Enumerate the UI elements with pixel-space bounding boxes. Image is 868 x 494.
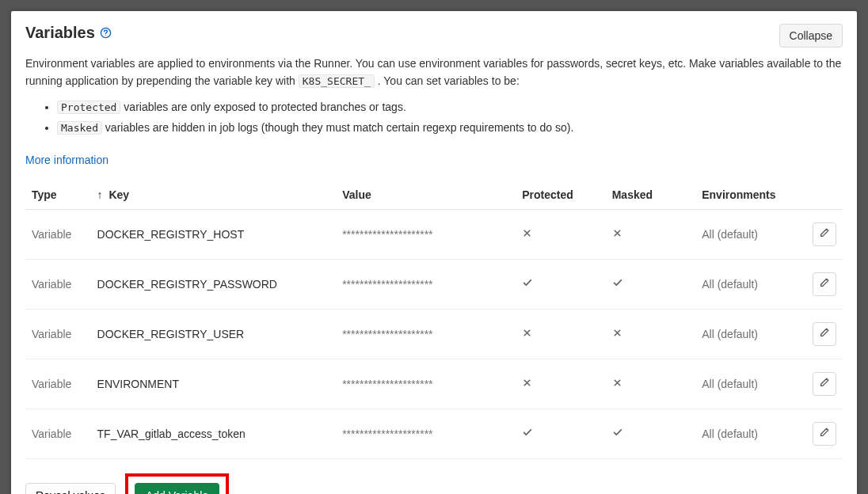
variable-types-list: Protected variables are only exposed to … xyxy=(57,97,843,137)
description: Environment variables are applied to env… xyxy=(25,55,843,89)
cell-key: DOCKER_REGISTRY_HOST xyxy=(91,209,337,259)
cell-masked xyxy=(606,359,696,408)
x-icon xyxy=(522,378,536,390)
x-icon xyxy=(612,328,626,340)
cell-protected xyxy=(516,259,606,309)
cell-environments: All (default) xyxy=(695,259,794,309)
table-row: VariableENVIRONMENT*********************… xyxy=(25,359,843,408)
add-variable-highlight: Add Variable xyxy=(125,473,229,494)
list-item: Protected variables are only exposed to … xyxy=(57,97,843,117)
pencil-icon xyxy=(819,427,830,440)
add-variable-button[interactable]: Add Variable xyxy=(135,483,219,494)
title-wrap: Variables xyxy=(25,24,112,42)
svg-point-1 xyxy=(105,35,106,36)
footer-actions: Reveal values Add Variable xyxy=(25,473,843,494)
cell-masked xyxy=(606,209,696,259)
cell-type: Variable xyxy=(25,408,91,458)
column-masked[interactable]: Masked xyxy=(606,180,696,210)
cell-protected xyxy=(516,309,606,359)
edit-button[interactable] xyxy=(813,372,836,396)
cell-value: ********************* xyxy=(336,259,516,309)
table-row: VariableDOCKER_REGISTRY_PASSWORD********… xyxy=(25,259,843,309)
x-icon xyxy=(612,378,626,390)
check-icon xyxy=(612,277,626,291)
x-icon xyxy=(522,228,536,241)
column-key-label: Key xyxy=(108,188,129,201)
cell-actions xyxy=(794,309,843,359)
cell-actions xyxy=(794,408,843,458)
cell-type: Variable xyxy=(25,309,91,359)
cell-value: ********************* xyxy=(336,309,516,359)
variables-table: Type ↑ Key Value Protected Masked Enviro… xyxy=(25,180,843,459)
edit-button[interactable] xyxy=(813,422,836,446)
cell-type: Variable xyxy=(25,359,91,408)
cell-value: ********************* xyxy=(336,408,516,458)
cell-type: Variable xyxy=(25,209,91,259)
cell-environments: All (default) xyxy=(695,209,794,259)
cell-key: DOCKER_REGISTRY_USER xyxy=(91,309,337,359)
cell-protected xyxy=(516,209,606,259)
cell-actions xyxy=(794,259,843,309)
column-type[interactable]: Type xyxy=(25,180,91,210)
x-icon xyxy=(522,328,536,340)
cell-protected xyxy=(516,408,606,458)
pencil-icon xyxy=(819,227,830,241)
column-value[interactable]: Value xyxy=(336,180,516,210)
cell-value: ********************* xyxy=(336,209,516,259)
edit-button[interactable] xyxy=(813,272,836,296)
masked-text: variables are hidden in job logs (though… xyxy=(105,121,573,134)
edit-button[interactable] xyxy=(813,222,836,246)
table-row: VariableTF_VAR_gitlab_access_token******… xyxy=(25,408,843,458)
column-protected[interactable]: Protected xyxy=(516,180,606,210)
edit-button[interactable] xyxy=(813,322,836,346)
cell-key: TF_VAR_gitlab_access_token xyxy=(91,408,337,458)
page-title: Variables xyxy=(25,24,95,42)
cell-masked xyxy=(606,259,696,309)
reveal-values-button[interactable]: Reveal values xyxy=(25,483,116,494)
table-row: VariableDOCKER_REGISTRY_USER************… xyxy=(25,309,843,359)
cell-type: Variable xyxy=(25,259,91,309)
cell-actions xyxy=(794,209,843,259)
check-icon xyxy=(612,427,626,440)
variables-panel: Variables Collapse Environment variables… xyxy=(11,11,857,494)
cell-protected xyxy=(516,359,606,408)
cell-actions xyxy=(794,359,843,408)
pencil-icon xyxy=(819,327,830,340)
cell-key: ENVIRONMENT xyxy=(91,359,337,408)
more-information-link[interactable]: More information xyxy=(25,154,108,166)
secret-prefix-code: K8S_SECRET_ xyxy=(299,74,375,88)
description-text-b: . You can set variables to be: xyxy=(378,74,520,87)
column-environments[interactable]: Environments xyxy=(695,180,794,210)
cell-environments: All (default) xyxy=(695,359,794,408)
cell-key: DOCKER_REGISTRY_PASSWORD xyxy=(91,259,337,309)
sort-ascending-icon: ↑ xyxy=(97,188,103,201)
pencil-icon xyxy=(819,377,830,390)
list-item: Masked variables are hidden in job logs … xyxy=(57,118,843,138)
cell-value: ********************* xyxy=(336,359,516,408)
cell-masked xyxy=(606,408,696,458)
masked-code: Masked xyxy=(57,121,102,135)
x-icon xyxy=(612,228,626,241)
column-key[interactable]: ↑ Key xyxy=(91,180,337,210)
pencil-icon xyxy=(819,277,830,291)
cell-environments: All (default) xyxy=(695,309,794,359)
collapse-button[interactable]: Collapse xyxy=(779,24,843,48)
panel-header: Variables Collapse xyxy=(25,24,843,48)
protected-code: Protected xyxy=(57,101,120,114)
table-row: VariableDOCKER_REGISTRY_HOST************… xyxy=(25,209,843,259)
help-icon[interactable] xyxy=(100,27,112,40)
protected-text: variables are only exposed to protected … xyxy=(124,101,405,113)
check-icon xyxy=(522,277,536,291)
cell-masked xyxy=(606,309,696,359)
column-actions xyxy=(794,180,843,210)
cell-environments: All (default) xyxy=(695,408,794,458)
check-icon xyxy=(522,427,536,440)
